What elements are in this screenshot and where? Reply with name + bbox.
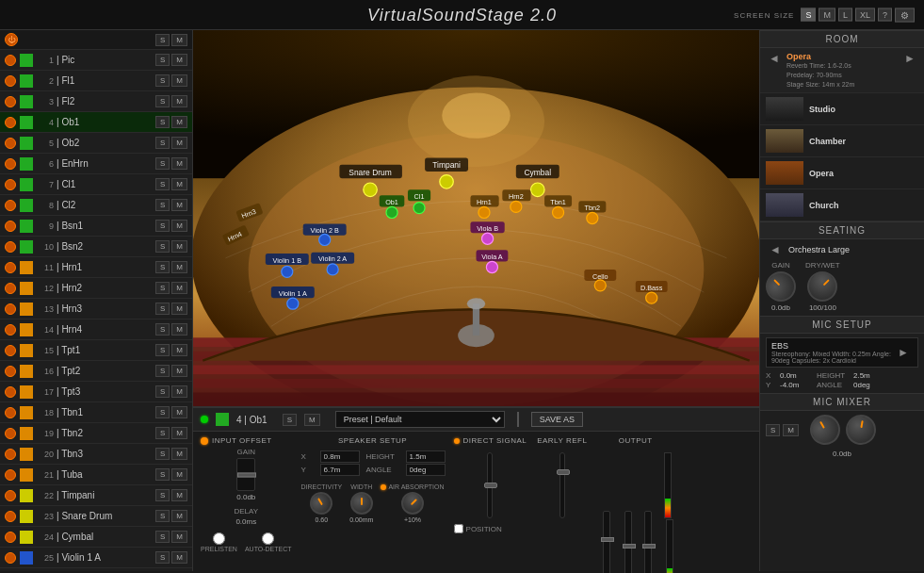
- list-item[interactable]: 9 | Bsn1 S M: [0, 216, 192, 237]
- list-item-selected[interactable]: 4 | Ob1 S M: [0, 112, 192, 133]
- mic-mixer-knob-1[interactable]: [804, 410, 846, 451]
- width-knob[interactable]: [350, 492, 373, 515]
- output-fader-3-thumb[interactable]: [642, 544, 656, 548]
- bottom-m-btn[interactable]: M: [304, 414, 320, 426]
- direct-signal-fader[interactable]: [487, 452, 493, 518]
- x-input[interactable]: [320, 450, 360, 463]
- list-item[interactable]: 25 | Violin 1 A S M: [0, 548, 192, 568]
- inst-power-9[interactable]: [5, 221, 16, 232]
- inst-power-11[interactable]: [5, 262, 16, 273]
- list-item[interactable]: 23 | Snare Drum S M: [0, 506, 192, 527]
- list-item[interactable]: 7 | Cl1 S M: [0, 174, 192, 195]
- room-option-opera[interactable]: Opera: [760, 157, 924, 189]
- seating-gain-knob[interactable]: [759, 266, 802, 308]
- inst-power-24[interactable]: [5, 532, 16, 543]
- list-item[interactable]: 11 | Hrn1 S M: [0, 257, 192, 278]
- gear-btn[interactable]: ⚙: [895, 8, 915, 22]
- inst-power-23[interactable]: [5, 511, 16, 522]
- list-item[interactable]: 12 | Hrn2 S M: [0, 278, 192, 299]
- list-item[interactable]: 3 | Fl2 S M: [0, 91, 192, 112]
- inst-power-13[interactable]: [5, 303, 16, 315]
- master-s-btn[interactable]: S: [155, 34, 170, 46]
- room-left-arrow[interactable]: ◄: [765, 52, 784, 65]
- gain-fader-thumb[interactable]: [237, 472, 256, 477]
- list-item[interactable]: 20 | Tbn3 S M: [0, 444, 192, 465]
- size-s-btn[interactable]: S: [801, 8, 816, 22]
- list-item[interactable]: 6 | EnHrn S M: [0, 154, 192, 174]
- inst-power-10[interactable]: [5, 241, 16, 253]
- inst-power-1[interactable]: [5, 55, 16, 66]
- size-m-btn[interactable]: M: [819, 8, 835, 22]
- list-item[interactable]: 26 | Violin 1 B S M: [0, 568, 192, 571]
- angle-input[interactable]: [406, 464, 446, 476]
- mic-mixer-knob-2[interactable]: [843, 413, 878, 448]
- seating-left-btn[interactable]: ◄: [766, 243, 785, 256]
- list-item[interactable]: 22 | Timpani S M: [0, 485, 192, 506]
- inst-power-18[interactable]: [5, 407, 16, 418]
- inst-power-6[interactable]: [5, 158, 16, 170]
- position-checkbox[interactable]: [454, 524, 463, 533]
- directivity-knob[interactable]: [306, 488, 337, 519]
- inst-power-19[interactable]: [5, 428, 16, 439]
- master-power-btn[interactable]: ⏻: [5, 33, 18, 46]
- mic-preset-arrow[interactable]: ►: [894, 346, 913, 359]
- inst-power-8[interactable]: [5, 200, 16, 211]
- size-xl-btn[interactable]: XL: [855, 8, 875, 22]
- room-right-arrow[interactable]: ►: [900, 52, 919, 65]
- master-m-btn[interactable]: M: [171, 34, 187, 46]
- inst-power-22[interactable]: [5, 490, 16, 501]
- size-l-btn[interactable]: L: [838, 8, 852, 22]
- dry-wet-knob[interactable]: [802, 266, 844, 308]
- direct-fader-thumb[interactable]: [484, 483, 497, 488]
- list-item[interactable]: 10 | Bsn2 S M: [0, 237, 192, 257]
- list-item[interactable]: 16 | Tpt2 S M: [0, 361, 192, 382]
- mic-mixer-s-btn[interactable]: S: [766, 424, 780, 436]
- list-item[interactable]: 21 | Tuba S M: [0, 465, 192, 485]
- preset-select[interactable]: Preset | Default: [335, 411, 505, 428]
- inst-power-3[interactable]: [5, 96, 16, 107]
- list-item[interactable]: 15 | Tpt1 S M: [0, 340, 192, 361]
- inst-power-25[interactable]: [5, 552, 16, 564]
- inst-power-12[interactable]: [5, 283, 16, 294]
- height-input[interactable]: [406, 450, 446, 463]
- room-option-church[interactable]: Church: [760, 189, 924, 221]
- size-question-btn[interactable]: ?: [878, 8, 892, 22]
- inst-power-5[interactable]: [5, 138, 16, 149]
- inst-power-4[interactable]: [5, 117, 16, 128]
- early-refl-fader[interactable]: [559, 452, 565, 518]
- inst-power-16[interactable]: [5, 366, 16, 377]
- save-as-btn[interactable]: SAVE AS: [531, 412, 583, 427]
- list-item[interactable]: 18 | Tbn1 S M: [0, 402, 192, 423]
- inst-power-17[interactable]: [5, 386, 16, 398]
- list-item[interactable]: 24 | Cymbal S M: [0, 527, 192, 548]
- gain-fader[interactable]: [236, 458, 255, 491]
- list-item[interactable]: 19 | Tbn2 S M: [0, 423, 192, 444]
- bottom-s-btn[interactable]: S: [283, 414, 297, 426]
- output-fader-1[interactable]: [603, 511, 610, 573]
- room-option-studio[interactable]: Studio: [760, 93, 924, 125]
- prelisten-radio[interactable]: [213, 532, 225, 545]
- inst-power-21[interactable]: [5, 469, 16, 481]
- list-item[interactable]: 17 | Tpt3 S M: [0, 382, 192, 402]
- autodetect-radio[interactable]: [262, 532, 274, 545]
- output-fader-3[interactable]: [644, 511, 652, 573]
- output-fader-1-thumb[interactable]: [601, 537, 614, 542]
- output-fader-2[interactable]: [624, 511, 632, 573]
- y-input[interactable]: [320, 464, 360, 476]
- air-absorption-knob[interactable]: [397, 487, 429, 519]
- list-item[interactable]: 2 | Fl1 S M: [0, 71, 192, 91]
- early-refl-thumb[interactable]: [557, 469, 570, 475]
- list-item[interactable]: 1 | Pic S M: [0, 50, 192, 71]
- list-item[interactable]: 13 | Hrn3 S M: [0, 299, 192, 319]
- inst-power-2[interactable]: [5, 75, 16, 87]
- list-item[interactable]: 8 | Cl2 S M: [0, 195, 192, 216]
- list-item[interactable]: 14 | Hrn4 S M: [0, 319, 192, 340]
- inst-power-7[interactable]: [5, 179, 16, 190]
- mic-mixer-m-btn[interactable]: M: [783, 424, 799, 436]
- room-option-chamber[interactable]: Chamber: [760, 125, 924, 157]
- stage-visualization[interactable]: Snare Drum Timpani Cymbal Ob1 Cl1: [193, 30, 759, 406]
- inst-power-15[interactable]: [5, 345, 16, 356]
- output-fader-2-thumb[interactable]: [623, 544, 636, 548]
- list-item[interactable]: 5 | Ob2 S M: [0, 133, 192, 154]
- inst-power-14[interactable]: [5, 324, 16, 336]
